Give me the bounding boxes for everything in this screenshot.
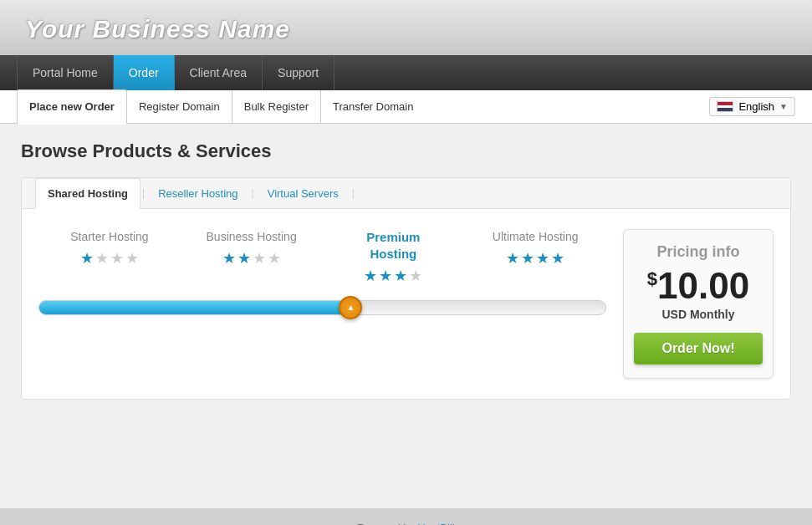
language-selector[interactable]: English ▼	[709, 97, 795, 116]
tier-premium[interactable]: Premium Hosting ★ ★ ★ ★	[343, 229, 443, 285]
star-icon: ★	[80, 249, 94, 268]
star-icon: ★	[364, 267, 377, 285]
tier-starter-name: Starter Hosting	[59, 229, 160, 244]
flag-icon	[717, 101, 733, 112]
tier-business[interactable]: Business Hosting ★ ★ ★ ★	[202, 229, 302, 285]
footer-link[interactable]: HostBill	[418, 522, 455, 525]
tab-container: Shared Hosting | Reseller Hosting | Virt…	[21, 177, 791, 400]
star-icon: ★	[110, 249, 124, 268]
star-icon: ★	[125, 249, 139, 268]
tab-reseller-hosting[interactable]: Reseller Hosting	[146, 179, 249, 208]
star-icon: ★	[237, 249, 251, 268]
subnav-transfer-domain[interactable]: Transfer Domain	[321, 90, 425, 124]
pricing-amount: $10.00	[634, 268, 763, 304]
tab-virtual-servers[interactable]: Virtual Servers	[256, 179, 350, 208]
tier-starter-stars: ★ ★ ★ ★	[59, 249, 160, 268]
star-icon: ★	[536, 249, 549, 268]
nav-client-area[interactable]: Client Area	[175, 55, 263, 90]
language-label: English	[738, 100, 774, 113]
products-area: Starter Hosting ★ ★ ★ ★ Business Hosting…	[22, 209, 790, 399]
slider-section: Starter Hosting ★ ★ ★ ★ Business Hosting…	[38, 229, 606, 315]
tier-ultimate[interactable]: Ultimate Hosting ★ ★ ★ ★	[485, 229, 585, 285]
star-icon: ★	[95, 249, 109, 268]
tab-separator-1: |	[142, 187, 145, 199]
tier-business-stars: ★ ★ ★ ★	[202, 249, 302, 268]
hosting-tiers: Starter Hosting ★ ★ ★ ★ Business Hosting…	[38, 229, 606, 285]
business-name: Your Business Name	[25, 15, 787, 43]
star-icon: ★	[521, 249, 534, 268]
dropdown-arrow-icon: ▼	[779, 102, 788, 111]
tab-shared-hosting[interactable]: Shared Hosting	[35, 178, 140, 209]
subnav-links: Place new Order Register Domain Bulk Reg…	[17, 89, 709, 124]
price-value: 10.00	[657, 265, 749, 306]
tier-premium-name: Premium Hosting	[343, 229, 443, 262]
pricing-info: Pricing info $10.00 USD Monthly Order No…	[623, 229, 774, 379]
pricing-cycle: USD Monthly	[634, 308, 763, 321]
star-icon: ★	[506, 249, 519, 268]
star-icon: ★	[268, 249, 281, 268]
tier-starter[interactable]: Starter Hosting ★ ★ ★ ★	[59, 229, 160, 285]
slider-wrapper	[38, 300, 606, 315]
slider-track	[38, 300, 606, 315]
star-icon: ★	[253, 249, 266, 268]
order-now-button[interactable]: Order Now!	[634, 333, 763, 364]
subnav: Place new Order Register Domain Bulk Reg…	[0, 90, 812, 124]
star-icon: ★	[222, 249, 236, 268]
star-icon: ★	[551, 249, 564, 268]
tabs-header: Shared Hosting | Reseller Hosting | Virt…	[22, 178, 790, 209]
nav-portal-home[interactable]: Portal Home	[17, 55, 114, 90]
star-icon: ★	[379, 267, 392, 285]
star-icon: ★	[394, 267, 407, 285]
tier-business-name: Business Hosting	[202, 229, 302, 244]
tier-ultimate-name: Ultimate Hosting	[485, 229, 585, 244]
tab-separator-3: |	[352, 187, 355, 199]
currency-symbol: $	[647, 268, 657, 289]
subnav-bulk-register[interactable]: Bulk Register	[232, 90, 321, 124]
nav-order[interactable]: Order	[114, 55, 175, 90]
tab-separator-2: |	[252, 187, 254, 199]
tier-ultimate-stars: ★ ★ ★ ★	[485, 249, 585, 268]
tier-premium-stars: ★ ★ ★ ★	[343, 267, 443, 285]
nav-support[interactable]: Support	[263, 55, 335, 90]
header: Your Business Name	[0, 0, 812, 55]
pricing-label: Pricing info	[634, 243, 763, 261]
subnav-register-domain[interactable]: Register Domain	[127, 90, 232, 124]
navbar: Portal Home Order Client Area Support	[0, 55, 812, 90]
page-title: Browse Products & Services	[21, 140, 791, 162]
main-content: Browse Products & Services Shared Hostin…	[0, 124, 812, 508]
footer: Powered by HostBill	[0, 508, 812, 525]
subnav-place-new-order[interactable]: Place new Order	[17, 89, 127, 125]
footer-text: Powered by	[357, 522, 417, 525]
star-icon: ★	[409, 267, 422, 285]
